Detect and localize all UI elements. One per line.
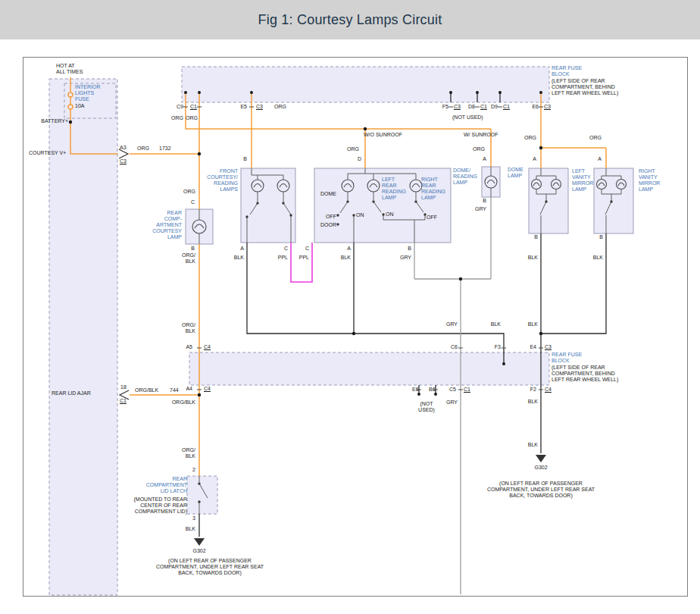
pin-a-domelamp: A: [477, 156, 486, 162]
wire-ppl-center: PPL: [294, 255, 309, 261]
conn-c3-e5: C3: [256, 104, 263, 110]
pin-a-left-vanity: A: [527, 156, 536, 162]
rear-fuse-block-top-name: REAR FUSE BLOCK: [552, 65, 582, 77]
wo-sunroof-label: W/O SUNROOF: [364, 132, 402, 138]
pin-b6: B6: [429, 387, 436, 393]
not-used-bottom: (NOT USED): [414, 401, 439, 413]
circuit-744: 744: [170, 387, 179, 393]
pin-b-right-vanity: B: [594, 234, 603, 240]
switch-door-1: DOOR: [320, 222, 336, 228]
front-courtesy-lamps-label: FRONT COURTESY/ READING LAMPS: [202, 168, 238, 193]
dome-word-label: DOME: [317, 191, 336, 197]
rear-fuse-block-top-location: (LEFT SIDE OF REAR COMPARTMENT, BEHIND L…: [552, 78, 618, 96]
conn-c4-a5: C4: [204, 344, 211, 350]
switch-on-1: ON: [356, 212, 364, 218]
wire-gry-c6: GRY: [442, 321, 458, 327]
pin-a-right-vanity: A: [592, 156, 602, 162]
wire-org-e5: ORG: [274, 104, 286, 110]
pin-b-left-vanity: B: [529, 234, 538, 240]
not-used-top: (NOT USED): [452, 114, 483, 121]
pin-a5: A5: [180, 344, 192, 350]
pin-d-center: D: [352, 156, 361, 162]
pin-a-center: A: [342, 246, 351, 252]
wire-gry-c5: GRY: [442, 399, 458, 406]
wire-org-right-vanity: ORG: [588, 135, 602, 141]
ground-g302-left-location: (ON LEFT REAR OF PASSENGER COMPARTMENT, …: [145, 558, 275, 576]
circuit-1732: 1732: [159, 146, 171, 152]
wire-blk-center: BLK: [336, 255, 351, 261]
interior-lights-fuse-label: INTERIOR LIGHTS FUSE: [75, 84, 100, 102]
pin-f2: F2: [526, 387, 536, 393]
pin-c-center: C: [300, 246, 309, 252]
fuse-rating-label: 10A: [75, 103, 84, 109]
pin-e6: E6: [528, 104, 539, 110]
wire-blk-latch: BLK: [180, 526, 195, 532]
w-sunroof-label: W/ SUNROOF: [464, 132, 498, 138]
courtesy-v-label: COURTESY V+: [29, 150, 66, 156]
wire-blk-f3: BLK: [486, 321, 501, 327]
pin-d8: D8: [464, 104, 475, 110]
pin-a3: A3: [120, 145, 127, 151]
hot-at-label: HOT AT ALL TIMES: [56, 63, 83, 75]
wire-gry-domelamp: GRY: [471, 206, 486, 212]
gray-wires: [414, 197, 491, 594]
wire-gry-center: GRY: [396, 255, 411, 261]
rear-compartment-lamp-label: REAR COMP- ARTMENT COURTESY LAMP: [148, 210, 182, 241]
wire-orgblk-2: ORG/ BLK: [177, 322, 195, 334]
conn-c3-a3: C3: [120, 158, 127, 164]
rear-lid-latch-location: (MOUNTED TO REAR CENTER OF REAR COMPARTM…: [130, 497, 187, 515]
conn-c3-e6: C3: [544, 104, 551, 110]
right-vanity-label: RIGHT VANITY MIRROR LAMP: [639, 168, 660, 193]
conn-c1-18: C1: [120, 398, 127, 404]
pin-e6-bottom: E6: [412, 387, 419, 393]
wire-blk-right-vanity: BLK: [588, 255, 603, 261]
wire-blk-left-vanity: BLK: [523, 255, 538, 261]
pin-2: 2: [188, 467, 195, 473]
pin-b-front: B: [238, 156, 247, 162]
rear-lid-ajar-label: REAR LID AJAR: [52, 390, 91, 396]
pin-c5: C5: [445, 387, 456, 393]
wire-orgblk-1: ORG/ BLK: [177, 252, 195, 265]
battery-label: BATTERY+: [36, 118, 68, 124]
component-boxes: [186, 167, 633, 244]
left-rear-reading-label: LEFT REAR READING LAMP: [382, 177, 406, 201]
pin-b-center: B: [402, 246, 411, 252]
rear-fuse-block-bottom-name: REAR FUSE BLOCK: [552, 352, 582, 364]
switch-off-1: OFF: [323, 214, 336, 220]
dome-lamp-label: DOME LAMP: [508, 167, 523, 179]
wire-orgblk-4: ORG/ BLK: [177, 447, 195, 459]
pin-c-front: C: [279, 246, 288, 252]
conn-c4-f2: C4: [545, 387, 552, 393]
wire-orgblk-3: ORG/BLK: [165, 399, 195, 406]
conn-c1-c9: C1: [190, 104, 197, 110]
pin-f5: F5: [438, 104, 448, 110]
conn-c1-d9: C1: [503, 104, 510, 110]
left-vanity-label: LEFT VANITY MIRROR LAMP: [572, 168, 593, 193]
wire-blk-f2: BLK: [523, 399, 538, 405]
conn-c3-e4: C3: [545, 344, 552, 350]
wiring-diagram-page: Fig 1: Courtesy Lamps Circuit: [0, 0, 700, 614]
pin-c-rearlamp: C: [186, 199, 195, 205]
wire-orgblk-744: ORG/BLK: [135, 387, 158, 393]
pin-a4: A4: [180, 386, 192, 392]
wire-org-d: ORG: [345, 146, 359, 152]
arrow-connectors: [119, 149, 129, 399]
pin-c9: C9: [173, 104, 183, 110]
right-rear-reading-label: RIGHT REAR READING LAMP: [421, 177, 445, 201]
pin-b-domelamp: B: [477, 198, 486, 204]
ground-g302-right-location: (ON LEFT REAR OF PASSENGER COMPARTMENT, …: [476, 481, 606, 499]
wire-org-rearlamp: ORG: [180, 189, 195, 195]
conn-c1-d8: C1: [480, 104, 487, 110]
conn-c1-c5: C1: [464, 387, 470, 393]
wire-org-domelamp: ORG: [471, 146, 485, 152]
switch-off-2: OFF: [427, 215, 437, 221]
pin-e4: E4: [526, 344, 536, 350]
wire-blk-f2-lower: BLK: [523, 442, 538, 448]
wire-blk-e4: BLK: [523, 321, 538, 327]
ground-g302-left: G302: [183, 548, 216, 554]
wire-ppl-front: PPL: [273, 255, 288, 261]
pin-3: 3: [188, 515, 195, 522]
wire-org-left-vanity: ORG: [523, 135, 536, 141]
ground-g302-right: G302: [524, 465, 558, 471]
pin-b-rearlamp: B: [186, 246, 195, 252]
